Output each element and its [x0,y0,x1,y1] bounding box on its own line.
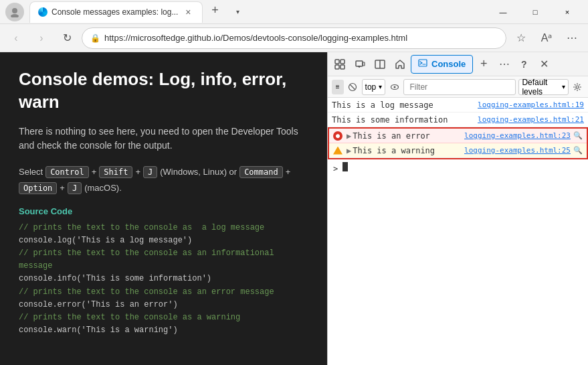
dock-button[interactable] [371,55,389,74]
error-icon: ● [333,131,342,141]
filter-input[interactable] [403,79,516,95]
lock-icon: 🔒 [90,33,100,43]
warning-icon [333,147,342,155]
forward-button[interactable]: › [31,27,52,49]
key-command: Command [239,166,283,178]
console-tab-icon [418,58,427,70]
code-line-1: console.log('This is a log message') [19,234,308,247]
favorites-button[interactable]: ☆ [510,27,532,49]
code-line-3: console.error('This is an error') [19,299,308,311]
svg-point-17 [393,86,395,88]
browser-content: Console demos: Log, info, error, warn Th… [0,52,588,365]
home-button[interactable] [391,55,409,74]
code-line-2: console.info('This is some information') [19,273,308,285]
window-controls: — □ × [488,1,583,23]
devtools-toolbar: Console + ⋯ ? ✕ [328,52,588,76]
svg-point-1 [11,14,19,17]
refresh-button[interactable]: ↻ [56,27,78,49]
key-control: Control [45,166,89,178]
new-tab-button[interactable]: + [205,1,224,20]
clear-console-button[interactable] [347,79,359,95]
console-row-log1: This is a log message logging-examples.h… [328,98,588,113]
url-text: https://microsoftedge.github.io/Demos/de… [104,33,407,43]
console-prompt: > [333,164,338,173]
tab-close-button[interactable]: × [182,6,194,18]
default-levels-label: Default levels [522,78,559,96]
key-j: J [143,166,157,178]
code-comment-1: // prints the text to the console as a l… [19,222,308,234]
search-icon-error[interactable]: 🔍 [573,131,583,140]
console-row-warning1: ▶This is a warning logging-examples.html… [329,143,587,158]
keyboard-shortcut-line1: Select Control + Shift + J (Windows, Lin… [19,166,308,178]
key-j2: J [68,182,82,194]
more-tools-button[interactable]: ⋯ [561,27,583,49]
source-code-label: Source Code [19,206,308,216]
svg-rect-5 [340,65,345,69]
tab-bar: Console messages examples: log... × + ▾ [29,1,482,23]
top-level-label: top [365,82,377,92]
eye-icon[interactable] [388,79,401,95]
console-cursor [342,162,348,171]
svg-rect-6 [356,61,363,66]
svg-rect-12 [419,60,427,66]
device-emulation-button[interactable] [351,55,369,74]
edge-favicon [38,7,47,17]
console-row-info1: This is some information logging-example… [328,113,588,127]
help-button[interactable]: ? [514,55,533,74]
svg-line-15 [351,84,355,89]
page-main-content: Console demos: Log, info, error, warn Th… [0,52,327,365]
nav-bar: ‹ › ↻ 🔒 https://microsoftedge.github.io/… [0,24,588,52]
tab-title: Console messages examples: log... [52,7,178,17]
console-row-error1: ● ▶This is an error logging-examples.htm… [329,129,587,143]
read-aloud-button[interactable]: Aᵃ [536,27,557,49]
browser-window: Console messages examples: log... × + ▾ … [0,0,588,365]
active-tab[interactable]: Console messages examples: log... × [29,1,203,23]
console-link-error1[interactable]: logging-examples.html:23 [464,131,571,140]
source-code-section: Source Code // prints the text to the co… [19,206,308,338]
console-msg-log1: This is a log message [332,100,478,110]
code-block: // prints the text to the console as a l… [19,222,308,338]
default-levels-select[interactable]: Default levels ▾ [518,79,569,95]
code-comment-3: // prints the text to the console as an … [19,286,308,299]
search-icon-warning[interactable]: 🔍 [573,146,583,155]
console-tab[interactable]: Console [411,55,473,74]
top-level-select[interactable]: top ▾ [362,79,386,95]
page-description: There is nothing to see here, you need t… [19,125,308,153]
svg-rect-3 [340,60,345,64]
console-msg-warning1: ▶This is a warning [347,146,464,155]
more-tools-devtools-button[interactable]: ⋯ [494,55,513,74]
add-tool-button[interactable]: + [474,55,493,74]
svg-rect-4 [335,65,339,69]
sidebar-toggle-button[interactable]: ≡ [332,80,344,94]
svg-rect-2 [335,60,339,64]
keyboard-shortcut-line2: Option + J (macOS). [19,182,308,194]
inspect-element-button[interactable] [330,55,349,74]
top-dropdown-arrow: ▾ [379,83,382,90]
code-line-4: console.warn('This is a warning') [19,324,308,337]
key-option: Option [19,182,57,194]
svg-point-18 [576,86,579,88]
expand-triangle-error[interactable]: ▶ [347,131,351,141]
devtools-panel: Console + ⋯ ? ✕ ≡ top ▾ [327,52,588,365]
expand-triangle-warning[interactable]: ▶ [347,146,351,155]
console-msg-info1: This is some information [332,115,478,125]
console-output: This is a log message logging-examples.h… [328,98,588,365]
address-bar[interactable]: 🔒 https://microsoftedge.github.io/Demos/… [82,27,506,49]
console-sub-toolbar: ≡ top ▾ Default levels ▾ [328,76,588,98]
console-settings-button[interactable] [571,79,584,95]
console-link-info1[interactable]: logging-examples.html:21 [478,115,584,124]
minimize-button[interactable]: — [488,1,518,23]
close-button[interactable]: × [552,1,583,23]
maximize-button[interactable]: □ [520,1,551,23]
key-shift: Shift [99,166,132,178]
levels-dropdown-arrow: ▾ [562,83,565,90]
console-link-log1[interactable]: logging-examples.html:19 [478,100,584,109]
devtools-close-button[interactable]: ✕ [534,55,553,74]
code-comment-2: // prints the text to the console as an … [19,247,308,273]
svg-point-0 [12,8,17,13]
svg-rect-7 [363,62,365,66]
back-button[interactable]: ‹ [5,27,27,49]
tab-dropdown-button[interactable]: ▾ [227,1,248,23]
console-link-warning1[interactable]: logging-examples.html:25 [464,146,571,155]
profile-avatar[interactable] [5,3,24,21]
